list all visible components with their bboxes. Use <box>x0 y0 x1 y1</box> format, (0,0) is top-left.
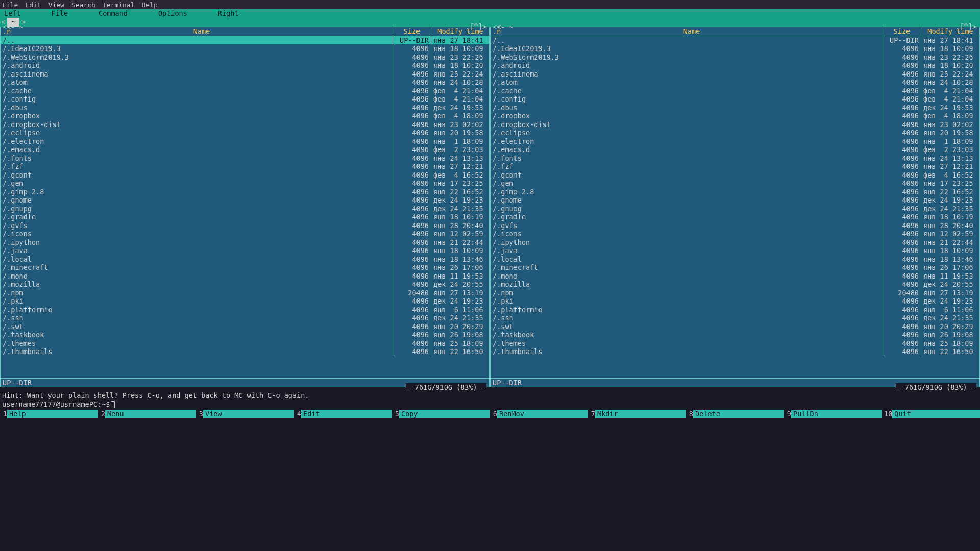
file-row[interactable]: /.taskbook4096янв 26 19:08 <box>1 331 489 339</box>
file-row[interactable]: /.local4096янв 18 13:46 <box>491 255 979 264</box>
file-row[interactable]: /.npm20480янв 27 13:19 <box>491 289 979 297</box>
file-row[interactable]: /.fonts4096янв 24 13:13 <box>491 154 979 163</box>
file-row[interactable]: /.cache4096фев 4 21:04 <box>491 87 979 95</box>
mc-menu-options[interactable]: Options <box>158 9 187 18</box>
file-row[interactable]: /.java4096янв 18 10:09 <box>1 246 489 255</box>
file-row[interactable]: /.gconf4096фев 4 16:52 <box>491 171 979 180</box>
file-row[interactable]: /.fzf4096янв 27 12:21 <box>491 162 979 171</box>
mc-menu-left[interactable]: Left <box>4 9 21 18</box>
file-row[interactable]: /.atom4096янв 24 10:28 <box>1 78 489 87</box>
file-row[interactable]: /.npm20480янв 27 13:19 <box>1 289 489 297</box>
file-row[interactable]: /.asciinema4096янв 25 22:24 <box>1 70 489 79</box>
file-row[interactable]: /.pki4096дек 24 19:23 <box>491 297 979 306</box>
file-row[interactable]: /.android4096янв 18 10:20 <box>491 61 979 70</box>
file-row[interactable]: /.platformio4096янв 6 11:06 <box>1 306 489 314</box>
file-row[interactable]: /.swt4096янв 20 20:29 <box>1 322 489 331</box>
file-row[interactable]: /.dropbox-dist4096янв 23 02:02 <box>1 120 489 129</box>
menu-file[interactable]: File <box>2 1 18 8</box>
mc-menu-right[interactable]: Right <box>218 9 239 18</box>
menu-help[interactable]: Help <box>142 1 158 8</box>
file-row[interactable]: /.ssh4096дек 24 21:35 <box>491 314 979 322</box>
file-row[interactable]: /.WebStorm2019.34096янв 23 22:26 <box>1 53 489 62</box>
file-row[interactable]: /.WebStorm2019.34096янв 23 22:26 <box>491 53 979 62</box>
left-panel-body[interactable]: /..UP--DIRянв 27 18:41/.IdeaIC2019.34096… <box>1 36 489 378</box>
file-row[interactable]: /.taskbook4096янв 26 19:08 <box>491 331 979 339</box>
file-row[interactable]: /.dropbox4096фев 4 18:09 <box>491 112 979 120</box>
file-row[interactable]: /.gnome4096дек 24 19:23 <box>491 196 979 205</box>
right-panel[interactable]: <<- ~ .[^]> .n Name Size Modify time /..… <box>490 27 980 387</box>
file-row[interactable]: /.mozilla4096дек 24 20:55 <box>491 280 979 289</box>
right-panel-caret-icon[interactable]: .[^]> <box>955 22 976 31</box>
file-row[interactable]: /.dbus4096дек 24 19:53 <box>1 104 489 112</box>
file-row[interactable]: /.java4096янв 18 10:09 <box>491 246 979 255</box>
left-panel-caret-icon[interactable]: .[^]> <box>465 22 486 31</box>
menu-view[interactable]: View <box>48 1 64 8</box>
file-row[interactable]: /.minecraft4096янв 26 17:06 <box>491 263 979 272</box>
file-row[interactable]: /.local4096янв 18 13:46 <box>1 255 489 264</box>
fkey-renmov[interactable]: 6RenMov <box>490 410 588 418</box>
file-row[interactable]: /.gconf4096фев 4 16:52 <box>1 171 489 180</box>
file-row[interactable]: /.fonts4096янв 24 13:13 <box>1 154 489 163</box>
file-row[interactable]: /.cache4096фев 4 21:04 <box>1 87 489 95</box>
file-row[interactable]: /.android4096янв 18 10:20 <box>1 61 489 70</box>
file-row[interactable]: /.gimp-2.84096янв 22 16:52 <box>491 188 979 196</box>
file-row[interactable]: /.mono4096янв 11 19:53 <box>1 272 489 281</box>
file-row[interactable]: /.gnupg4096дек 24 21:35 <box>491 205 979 213</box>
file-row[interactable]: /.themes4096янв 25 18:09 <box>491 339 979 348</box>
file-row[interactable]: /.gnupg4096дек 24 21:35 <box>1 205 489 213</box>
file-row[interactable]: /.thumbnails4096янв 22 16:50 <box>1 347 489 356</box>
left-panel[interactable]: <<- ~ .[^]> .n Name Size Modify time /..… <box>0 27 490 387</box>
file-row[interactable]: /.gem4096янв 17 23:25 <box>1 179 489 188</box>
file-row[interactable]: /.icons4096янв 12 02:59 <box>491 230 979 238</box>
file-row[interactable]: /.config4096фев 4 21:04 <box>491 95 979 104</box>
file-row[interactable]: /.ssh4096дек 24 21:35 <box>1 314 489 322</box>
file-row[interactable]: /.atom4096янв 24 10:28 <box>491 78 979 87</box>
fkey-edit[interactable]: 4Edit <box>294 410 392 418</box>
col-header-name[interactable]: Name <box>501 27 883 36</box>
fkey-menu[interactable]: 2Menu <box>98 410 196 418</box>
file-row[interactable]: /.eclipse4096янв 20 19:58 <box>491 129 979 137</box>
fkey-mkdir[interactable]: 7Mkdir <box>588 410 686 418</box>
col-header-size[interactable]: Size <box>883 27 921 36</box>
file-row[interactable]: /.gvfs4096янв 28 20:40 <box>1 221 489 230</box>
fkey-view[interactable]: 3View <box>196 410 294 418</box>
shell-prompt[interactable]: username77177@usrnamePC:~$ <box>0 400 980 409</box>
mc-menu-file[interactable]: File <box>52 9 68 18</box>
fkey-copy[interactable]: 5Copy <box>392 410 490 418</box>
file-row[interactable]: /.platformio4096янв 6 11:06 <box>491 306 979 314</box>
fkey-quit[interactable]: 10Quit <box>882 410 980 418</box>
file-row[interactable]: /..UP--DIRянв 27 18:41 <box>491 36 979 45</box>
file-row[interactable]: /.asciinema4096янв 25 22:24 <box>491 70 979 79</box>
file-row[interactable]: /.gnome4096дек 24 19:23 <box>1 196 489 205</box>
file-row[interactable]: /.gradle4096янв 18 10:19 <box>1 213 489 221</box>
file-row[interactable]: /.themes4096янв 25 18:09 <box>1 339 489 348</box>
file-row[interactable]: /.thumbnails4096янв 22 16:50 <box>491 347 979 356</box>
file-row[interactable]: /.ipython4096янв 21 22:44 <box>491 238 979 247</box>
file-row[interactable]: /.IdeaIC2019.34096янв 18 10:09 <box>491 44 979 53</box>
file-row[interactable]: /.IdeaIC2019.34096янв 18 10:09 <box>1 44 489 53</box>
col-header-size[interactable]: Size <box>393 27 431 36</box>
file-row[interactable]: /.dropbox-dist4096янв 23 02:02 <box>491 120 979 129</box>
file-row[interactable]: /.swt4096янв 20 20:29 <box>491 322 979 331</box>
file-row[interactable]: /.gvfs4096янв 28 20:40 <box>491 221 979 230</box>
file-row[interactable]: /.electron4096янв 1 18:09 <box>1 137 489 146</box>
file-row[interactable]: /.ipython4096янв 21 22:44 <box>1 238 489 247</box>
col-header-name[interactable]: Name <box>11 27 393 36</box>
file-row[interactable]: /.eclipse4096янв 20 19:58 <box>1 129 489 137</box>
fkey-help[interactable]: 1Help <box>0 410 98 418</box>
file-row[interactable]: /.gradle4096янв 18 10:19 <box>491 213 979 221</box>
mc-menu-command[interactable]: Command <box>99 9 128 18</box>
right-panel-body[interactable]: /..UP--DIRянв 27 18:41/.IdeaIC2019.34096… <box>491 36 979 378</box>
file-row[interactable]: /.dropbox4096фев 4 18:09 <box>1 112 489 120</box>
fkey-delete[interactable]: 8Delete <box>686 410 784 418</box>
file-row[interactable]: /.emacs.d4096фев 2 23:03 <box>1 145 489 154</box>
menu-edit[interactable]: Edit <box>25 1 41 8</box>
file-row[interactable]: /.mono4096янв 11 19:53 <box>491 272 979 281</box>
file-row[interactable]: /.electron4096янв 1 18:09 <box>491 137 979 146</box>
file-row[interactable]: /.icons4096янв 12 02:59 <box>1 230 489 238</box>
file-row[interactable]: /.gimp-2.84096янв 22 16:52 <box>1 188 489 196</box>
file-row[interactable]: /.minecraft4096янв 26 17:06 <box>1 263 489 272</box>
file-row[interactable]: /.emacs.d4096фев 2 23:03 <box>491 145 979 154</box>
file-row[interactable]: /.fzf4096янв 27 12:21 <box>1 162 489 171</box>
fkey-pulldn[interactable]: 9PullDn <box>784 410 882 418</box>
